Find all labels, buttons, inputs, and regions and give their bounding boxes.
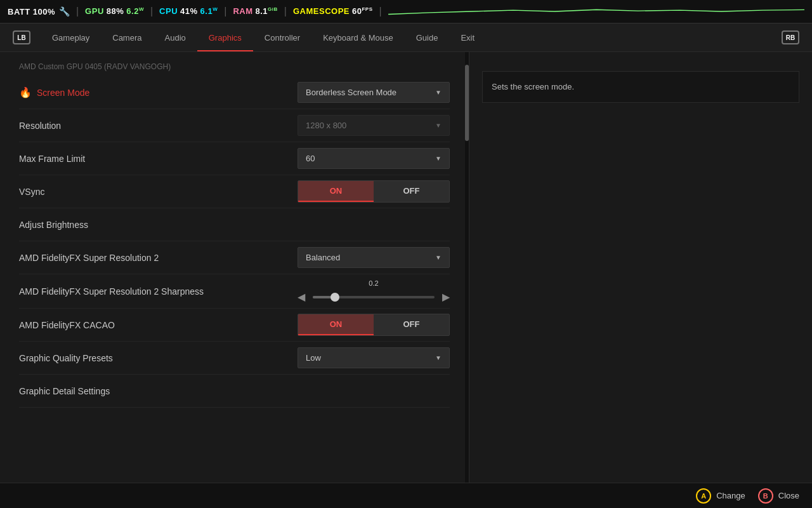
- settings-panel: AMD Custom GPU 0405 (RADV VANGOGH) 🔥 Scr…: [0, 52, 469, 483]
- max-frame-limit-label: Max Frame Limit: [19, 154, 298, 164]
- quality-presets-arrow-icon: ▼: [435, 354, 442, 361]
- vsync-on-button[interactable]: ON: [298, 181, 374, 202]
- nav-audio[interactable]: Audio: [154, 23, 197, 51]
- cpu-indicator: CPU 41% 6.1W: [159, 6, 218, 16]
- gpu-watts: 6.2W: [126, 6, 144, 16]
- cacao-label: AMD FidelityFX CACAO: [19, 320, 298, 330]
- gpu-label: GPU: [85, 6, 104, 16]
- resolution-label: Resolution: [19, 121, 298, 131]
- max-frame-limit-dropdown[interactable]: 60 ▼: [298, 148, 450, 169]
- nav-controller[interactable]: Controller: [253, 23, 311, 51]
- fsr2-sharpness-value: 0.2: [369, 279, 378, 287]
- graphic-detail-settings-label: Graphic Detail Settings: [19, 386, 298, 396]
- batt-indicator: BATT 100%: [8, 7, 55, 17]
- bottom-bar: A Change B Close: [0, 483, 812, 508]
- graphic-quality-presets-control[interactable]: Low ▼: [298, 347, 450, 368]
- sep3: |: [224, 6, 226, 17]
- settings-list: 🔥 Screen Mode Borderless Screen Mode ▼ R…: [0, 76, 469, 408]
- fsr2-sharpness-slider-track[interactable]: [308, 293, 440, 301]
- setting-max-frame-limit: Max Frame Limit 60 ▼: [19, 142, 450, 175]
- a-button-circle: A: [696, 488, 711, 504]
- nav-camera[interactable]: Camera: [101, 23, 153, 51]
- frame-limit-arrow-icon: ▼: [435, 155, 442, 162]
- rb-button[interactable]: RB: [782, 30, 799, 44]
- fsr2-arrow-icon: ▼: [435, 254, 442, 261]
- setting-graphic-detail-settings: Graphic Detail Settings: [19, 375, 450, 408]
- lb-button[interactable]: LB: [13, 30, 30, 44]
- setting-fsr2-sharpness: AMD FidelityFX Super Resolution 2 Sharpn…: [19, 274, 450, 309]
- vsync-off-button[interactable]: OFF: [374, 181, 449, 202]
- ram-indicator: RAM 8.1GiB: [233, 6, 277, 16]
- b-button-circle: B: [758, 488, 773, 504]
- setting-adjust-brightness: Adjust Brightness: [19, 208, 450, 241]
- slider-right-arrow-icon[interactable]: ▶: [442, 291, 450, 303]
- cacao-on-button[interactable]: ON: [298, 314, 374, 335]
- resolution-arrow-icon: ▼: [435, 122, 442, 129]
- nav-graphics[interactable]: Graphics: [197, 23, 253, 51]
- cacao-control[interactable]: ON OFF: [298, 314, 450, 336]
- cacao-off-button[interactable]: OFF: [374, 314, 449, 335]
- cpu-label: CPU: [159, 6, 178, 16]
- change-label: Change: [716, 491, 745, 500]
- cacao-toggle[interactable]: ON OFF: [298, 314, 450, 336]
- setting-fsr2: AMD FidelityFX Super Resolution 2 Balanc…: [19, 241, 450, 274]
- wrench-icon: 🔧: [59, 6, 70, 17]
- gpu-label: AMD Custom GPU 0405 (RADV VANGOGH): [0, 52, 469, 76]
- resolution-dropdown: 812 x 508 ▼: [298, 115, 450, 136]
- fps-value: 60FPS: [352, 6, 373, 16]
- graphic-quality-presets-dropdown[interactable]: Low ▼: [298, 347, 450, 368]
- nav-gameplay[interactable]: Gameplay: [41, 23, 101, 51]
- fsr2-sharpness-slider-container: 0.2 ◀ ▶: [298, 279, 450, 303]
- graphic-quality-presets-label: Graphic Quality Presets: [19, 353, 298, 363]
- batt-value: 100%: [33, 7, 55, 17]
- slider-left-arrow-icon[interactable]: ◀: [298, 291, 305, 303]
- sep2: |: [150, 6, 153, 17]
- setting-vsync: VSync ON OFF: [19, 175, 450, 208]
- gpu-indicator: GPU 88% 6.2W: [85, 6, 144, 16]
- sep1: |: [76, 6, 79, 17]
- scroll-thumb[interactable]: [465, 65, 469, 141]
- max-frame-limit-control[interactable]: 60 ▼: [298, 148, 450, 169]
- fsr2-control[interactable]: Balanced ▼: [298, 247, 450, 268]
- hud-bar: BATT 100% 🔧 | GPU 88% 6.2W | CPU 41% 6.1…: [0, 0, 812, 23]
- slider-track: [313, 296, 435, 298]
- fsr2-sharpness-control[interactable]: 0.2 ◀ ▶: [298, 279, 450, 303]
- nav-bar: LB Gameplay Camera Audio Graphics Contro…: [0, 23, 812, 52]
- screen-mode-label: 🔥 Screen Mode: [19, 86, 298, 98]
- screen-mode-dropdown[interactable]: Borderless Screen Mode ▼: [298, 82, 450, 103]
- scroll-indicator: [465, 52, 469, 483]
- vsync-label: VSync: [19, 187, 298, 197]
- setting-screen-mode: 🔥 Screen Mode Borderless Screen Mode ▼: [19, 76, 450, 109]
- ram-label: RAM: [233, 6, 252, 16]
- close-label: Close: [778, 491, 799, 500]
- setting-graphic-quality-presets: Graphic Quality Presets Low ▼: [19, 342, 450, 375]
- fsr2-sharpness-slider-wrapper: ◀ ▶: [298, 291, 450, 303]
- gamescope-label: GAMESCOPE: [293, 6, 350, 16]
- adjust-brightness-label: Adjust Brightness: [19, 220, 298, 230]
- info-description: Sets the screen mode.: [482, 71, 799, 103]
- cpu-percent: 41%: [180, 6, 198, 16]
- gamescope-indicator: GAMESCOPE 60FPS: [293, 6, 373, 16]
- screen-mode-control[interactable]: Borderless Screen Mode ▼: [298, 82, 450, 103]
- resolution-control: 812 x 508 ▼: [298, 115, 450, 136]
- slider-thumb[interactable]: [331, 293, 339, 302]
- nav-exit[interactable]: Exit: [449, 23, 486, 51]
- setting-cacao: AMD FidelityFX CACAO ON OFF: [19, 309, 450, 342]
- vsync-toggle[interactable]: ON OFF: [298, 180, 450, 203]
- main-content: AMD Custom GPU 0405 (RADV VANGOGH) 🔥 Scr…: [0, 52, 812, 483]
- batt-label: BATT: [8, 7, 30, 17]
- nav-guide[interactable]: Guide: [405, 23, 450, 51]
- sep5: |: [379, 6, 382, 17]
- gpu-percent: 88%: [107, 6, 124, 16]
- fps-graph: [388, 6, 804, 17]
- fsr2-label: AMD FidelityFX Super Resolution 2: [19, 253, 298, 263]
- fsr2-dropdown[interactable]: Balanced ▼: [298, 247, 450, 268]
- info-panel: Sets the screen mode.: [469, 52, 812, 483]
- change-button[interactable]: A Change: [696, 488, 745, 504]
- sep4: |: [284, 6, 287, 17]
- cpu-watts: 6.1W: [200, 6, 218, 16]
- vsync-control[interactable]: ON OFF: [298, 180, 450, 203]
- close-button[interactable]: B Close: [758, 488, 799, 504]
- dropdown-arrow-icon: ▼: [435, 89, 442, 96]
- nav-keyboard-mouse[interactable]: Keyboard & Mouse: [311, 23, 405, 51]
